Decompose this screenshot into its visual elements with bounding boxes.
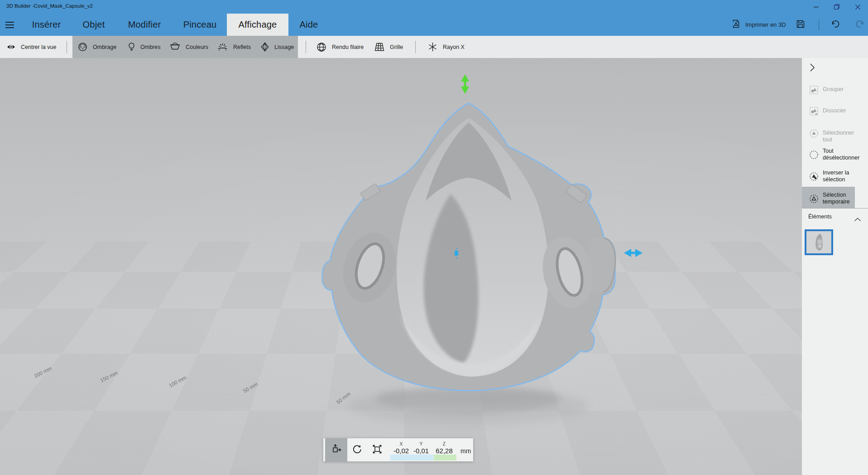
selection-panel: Grouper Dissocier Sélectionner tout bbox=[802, 58, 868, 475]
floor-label: 50 mm bbox=[242, 381, 259, 394]
toolbar-separator bbox=[415, 41, 416, 53]
floor-label: 200 mm bbox=[33, 365, 52, 379]
menu-inserer[interactable]: Insérer bbox=[22, 14, 71, 36]
toolbar-separator bbox=[67, 41, 67, 53]
deselect-all-icon bbox=[809, 150, 818, 159]
floor-axis-labels: 200 mm 150 mm 100 mm 50 mm 50 mm bbox=[33, 365, 351, 405]
element-thumbnail[interactable] bbox=[805, 229, 833, 255]
print-3d-icon bbox=[731, 19, 741, 30]
axis-x-value: -0,02 bbox=[390, 447, 412, 455]
gizmo-horizontal-arrow[interactable] bbox=[624, 249, 643, 257]
menu-affichage[interactable]: Affichage bbox=[227, 14, 288, 36]
move-icon bbox=[331, 444, 342, 456]
menu-bar: Insérer Objet Modifier Pinceau Affichage… bbox=[0, 14, 868, 36]
minimize-button[interactable] bbox=[806, 0, 826, 14]
grid-label: Grille bbox=[390, 44, 403, 50]
axis-y-label: Y bbox=[410, 441, 432, 446]
panel-collapse-button[interactable] bbox=[807, 63, 817, 74]
invert-selection-icon bbox=[809, 172, 818, 181]
mask-model[interactable] bbox=[322, 103, 615, 391]
panel-item-grouper[interactable]: Grouper bbox=[823, 86, 857, 93]
floor-label: 100 mm bbox=[168, 375, 187, 388]
model-reflection bbox=[349, 388, 589, 424]
gem-icon bbox=[261, 42, 269, 52]
save-button[interactable] bbox=[796, 14, 805, 36]
center-view-button[interactable]: Centrer la vue bbox=[7, 36, 57, 58]
xy-axis-color-strip bbox=[390, 455, 433, 460]
shading-face-icon bbox=[78, 42, 87, 52]
chevron-up-icon[interactable] bbox=[854, 215, 861, 223]
xray-button[interactable]: Rayon X bbox=[428, 36, 465, 58]
panel-item-inverser-selection[interactable]: Inverser la sélection bbox=[823, 170, 857, 183]
window-title: 3D Builder -Covid_Mask_Capsule_v2 bbox=[6, 3, 93, 9]
3d-builder-window: 3D Builder -Covid_Mask_Capsule_v2 Insére… bbox=[0, 0, 868, 475]
colors-label: Couleurs bbox=[186, 44, 208, 50]
xray-icon bbox=[428, 42, 437, 52]
title-bar: 3D Builder -Covid_Mask_Capsule_v2 bbox=[0, 0, 868, 14]
redo-icon bbox=[855, 19, 865, 31]
panel-item-selectionner-tout[interactable]: Sélectionner tout bbox=[823, 130, 857, 143]
panel-item-dissocier[interactable]: Dissocier bbox=[823, 107, 857, 114]
smoothing-button[interactable]: Lissage bbox=[261, 36, 294, 58]
print-3d-button[interactable]: Imprimer en 3D bbox=[731, 14, 786, 36]
rotate-tool-button[interactable] bbox=[347, 438, 367, 461]
eye-icon bbox=[7, 44, 15, 50]
sparkle-icon bbox=[217, 43, 228, 51]
shadows-label: Ombres bbox=[140, 44, 160, 50]
lightbulb-icon bbox=[128, 42, 135, 52]
gizmo-vertical-arrow[interactable] bbox=[461, 74, 469, 94]
menubar-separator bbox=[819, 19, 819, 30]
restore-icon bbox=[834, 4, 839, 10]
center-view-label: Centrer la vue bbox=[21, 44, 57, 50]
smoothing-label: Lissage bbox=[274, 44, 294, 50]
scene-canvas: 200 mm 150 mm 100 mm 50 mm 50 mm bbox=[0, 58, 802, 475]
chevron-right-icon bbox=[810, 63, 815, 74]
wireframe-button[interactable]: Rendu filaire bbox=[317, 36, 364, 58]
elements-header: Éléments bbox=[808, 213, 832, 220]
grid-button[interactable]: Grille bbox=[374, 36, 403, 58]
axis-z-label: Z bbox=[432, 441, 456, 446]
viewport-3d[interactable]: 200 mm 150 mm 100 mm 50 mm 50 mm bbox=[0, 58, 802, 475]
axis-y-field[interactable]: Y -0,01 bbox=[410, 438, 432, 455]
shading-button[interactable]: Ombrage bbox=[78, 36, 116, 58]
scale-tool-button[interactable] bbox=[367, 438, 387, 461]
group-icon bbox=[809, 85, 818, 94]
floor-label: 50 mm bbox=[336, 391, 351, 405]
menu-pinceau[interactable]: Pinceau bbox=[173, 14, 227, 36]
ungroup-icon bbox=[809, 107, 818, 116]
view-toolbar: Centrer la vue Ombrage Ombres bbox=[0, 36, 868, 58]
undo-button[interactable] bbox=[830, 14, 840, 36]
axis-z-field[interactable]: Z 62,28 bbox=[432, 438, 456, 455]
redo-button[interactable] bbox=[855, 14, 865, 36]
axis-y-value: -0,01 bbox=[410, 447, 432, 455]
close-icon bbox=[855, 5, 860, 10]
close-button[interactable] bbox=[847, 0, 868, 14]
grid-icon bbox=[374, 43, 384, 51]
menu-aide[interactable]: Aide bbox=[289, 14, 329, 36]
restore-button[interactable] bbox=[826, 0, 847, 14]
temporary-selection-icon bbox=[809, 194, 818, 203]
toolbar-separator bbox=[306, 41, 306, 53]
scale-icon bbox=[372, 444, 383, 456]
colors-button[interactable]: Couleurs bbox=[170, 36, 208, 58]
shading-label: Ombrage bbox=[93, 44, 116, 50]
rotate-icon bbox=[352, 444, 363, 456]
reflections-button[interactable]: Reflets bbox=[217, 36, 251, 58]
shadows-button[interactable]: Ombres bbox=[128, 36, 160, 58]
menu-objet[interactable]: Objet bbox=[71, 14, 116, 36]
panel-divider bbox=[802, 208, 868, 208]
wireframe-globe-icon bbox=[317, 42, 326, 52]
floor-label: 150 mm bbox=[99, 370, 118, 383]
hamburger-menu-button[interactable] bbox=[5, 20, 17, 30]
move-tool-button[interactable] bbox=[325, 438, 347, 461]
xray-label: Rayon X bbox=[443, 44, 465, 50]
panel-item-selection-temporaire[interactable]: Sélection temporaire bbox=[823, 192, 857, 205]
minimize-icon bbox=[814, 5, 819, 10]
axis-x-field[interactable]: X -0,02 bbox=[390, 438, 412, 455]
z-axis-color-strip bbox=[434, 455, 456, 460]
wireframe-label: Rendu filaire bbox=[332, 44, 364, 50]
panel-item-tout-deselectionner[interactable]: Tout désélectionner bbox=[823, 148, 857, 161]
element-thumbnail-mask bbox=[806, 231, 831, 253]
menu-modifier[interactable]: Modifier bbox=[117, 14, 172, 36]
print-3d-label: Imprimer en 3D bbox=[745, 21, 786, 28]
